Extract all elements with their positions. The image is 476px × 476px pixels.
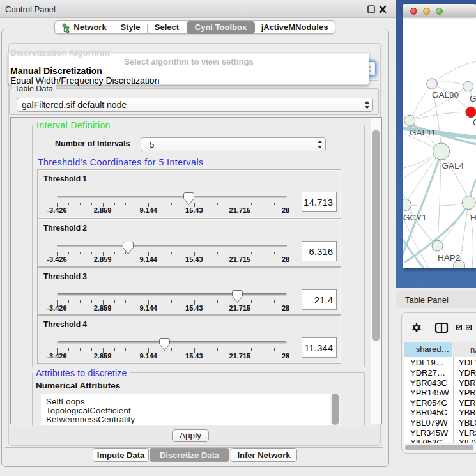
svg-text:H: H [470, 213, 476, 222]
svg-text:GAL80: GAL80 [432, 90, 459, 100]
svg-text:G…: G… [470, 94, 476, 104]
svg-text:C: C [473, 118, 476, 127]
svg-text:GAL11: GAL11 [410, 128, 436, 137]
svg-text:GCY1: GCY1 [403, 213, 427, 222]
svg-text:HAP2: HAP2 [438, 253, 460, 263]
svg-text:GAL4: GAL4 [442, 161, 464, 171]
